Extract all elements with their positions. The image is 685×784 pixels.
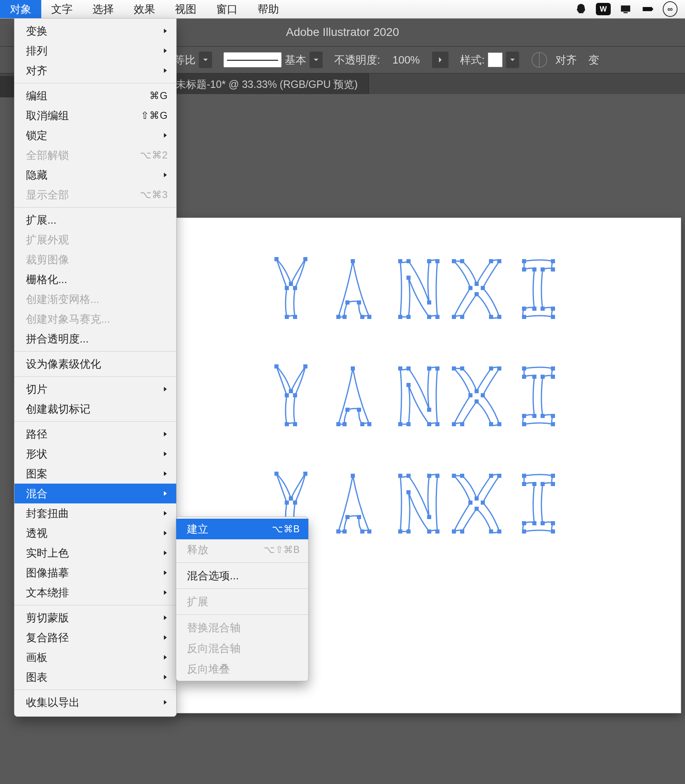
svg-rect-93: [532, 414, 536, 418]
menu-item: 创建对象马赛克...: [14, 309, 176, 329]
submenu-item: 扩展: [176, 591, 308, 612]
menu-item[interactable]: 实时上色: [14, 543, 176, 563]
menubar-item-1[interactable]: 文字: [41, 0, 83, 18]
submenu-item[interactable]: 混合选项...: [176, 565, 308, 586]
wps-icon[interactable]: W: [596, 2, 611, 17]
scale-mode-dropdown[interactable]: [199, 52, 212, 68]
menu-item-label: 封套扭曲: [26, 506, 69, 521]
svg-rect-72: [460, 366, 464, 371]
menu-item[interactable]: 透视: [14, 523, 176, 543]
svg-rect-103: [336, 529, 340, 534]
menu-item[interactable]: 切片: [14, 379, 176, 399]
menu-item[interactable]: 剪切蒙版: [14, 608, 176, 628]
menu-item[interactable]: 取消编组⇧⌘G: [14, 106, 176, 125]
menubar-item-6[interactable]: 帮助: [248, 0, 289, 18]
svg-rect-117: [427, 529, 431, 534]
menu-item[interactable]: 扩展...: [14, 210, 176, 230]
svg-rect-137: [551, 521, 555, 525]
stroke-style-dropdown[interactable]: [309, 52, 323, 68]
qq-icon[interactable]: [574, 2, 588, 17]
submenu-arrow-icon: [162, 548, 168, 558]
recolor-icon[interactable]: [531, 52, 547, 68]
document-tab[interactable]: 未标题-10* @ 33.33% (RGB/GPU 预览): [165, 73, 369, 95]
menu-item-label: 编组: [26, 89, 47, 103]
svg-rect-26: [489, 259, 493, 263]
svg-rect-37: [551, 259, 555, 263]
creative-cloud-icon[interactable]: ∞: [663, 2, 678, 17]
menu-item[interactable]: 变换: [14, 21, 176, 41]
menu-item[interactable]: 封套扭曲: [14, 503, 176, 523]
menu-item[interactable]: 画板: [14, 647, 176, 667]
submenu-arrow-icon: [162, 673, 168, 682]
menu-item-label: 剪切蒙版: [26, 611, 69, 625]
svg-rect-118: [406, 490, 411, 494]
menu-item[interactable]: 拼合透明度...: [14, 329, 176, 349]
menu-item[interactable]: 设为像素级优化: [14, 354, 176, 374]
align-label[interactable]: 对齐: [555, 53, 577, 67]
svg-rect-34: [468, 286, 472, 290]
menu-item[interactable]: 对齐: [14, 61, 176, 80]
submenu-item-shortcut: ⌥⇧⌘B: [264, 544, 300, 555]
wps-badge-text: W: [600, 5, 607, 14]
menu-item-label: 取消编组: [26, 109, 69, 123]
menubar-item-3[interactable]: 效果: [124, 0, 165, 18]
menu-item: 扩展外观: [14, 230, 176, 250]
style-swatch[interactable]: [488, 52, 503, 67]
submenu-arrow-icon: [162, 46, 168, 56]
menubar-item-2[interactable]: 选择: [83, 0, 124, 18]
menubar-item-0[interactable]: 对象: [0, 0, 41, 18]
menu-item-shortcut: ⇧⌘G: [141, 110, 168, 121]
menu-item[interactable]: 形状: [14, 444, 176, 464]
svg-rect-74: [489, 366, 493, 371]
menu-item[interactable]: 图案: [14, 464, 176, 484]
svg-rect-57: [367, 422, 371, 426]
menu-item[interactable]: 文本绕排: [14, 583, 176, 602]
menu-item-label: 全部解锁: [26, 148, 69, 163]
menu-item[interactable]: 路径: [14, 424, 176, 444]
menubar-item-4[interactable]: 视图: [165, 0, 206, 18]
menu-item[interactable]: 创建裁切标记: [14, 399, 176, 419]
display-icon[interactable]: [618, 2, 633, 17]
submenu-item-label: 扩展: [187, 595, 208, 609]
svg-rect-11: [357, 300, 361, 305]
svg-rect-97: [289, 496, 293, 501]
submenu-arrow-icon: [162, 489, 168, 498]
stroke-preview[interactable]: [224, 52, 281, 67]
svg-rect-99: [293, 501, 297, 505]
svg-rect-83: [452, 366, 456, 371]
stroke-style-label: 基本: [285, 53, 306, 67]
style-dropdown[interactable]: [506, 52, 519, 68]
opacity-value[interactable]: 100%: [383, 54, 429, 66]
menu-item[interactable]: 复合路径: [14, 628, 176, 647]
svg-rect-10: [360, 315, 364, 319]
menu-item[interactable]: 混合: [14, 484, 176, 503]
menu-item[interactable]: 排列: [14, 41, 176, 61]
menu-item[interactable]: 锁定: [14, 125, 176, 145]
svg-rect-104: [351, 474, 355, 478]
object-menu-panel: 变换排列对齐编组⌘G取消编组⇧⌘G锁定全部解锁⌥⌘2隐藏显示全部⌥⌘3扩展...…: [14, 18, 177, 717]
svg-rect-43: [522, 315, 526, 319]
menu-item[interactable]: 隐藏: [14, 165, 176, 185]
svg-rect-129: [452, 529, 456, 534]
menu-item-label: 形状: [26, 447, 47, 461]
selected-text-row[interactable]: [173, 255, 681, 350]
svg-rect-96: [274, 472, 279, 476]
svg-rect-91: [522, 422, 526, 426]
svg-rect-120: [460, 474, 464, 478]
transform-label-truncated[interactable]: 变: [588, 53, 599, 67]
svg-rect-84: [522, 366, 526, 371]
menu-item-shortcut: ⌘G: [149, 90, 168, 102]
menu-item[interactable]: 图表: [14, 667, 176, 687]
menu-item[interactable]: 图像描摹: [14, 563, 176, 583]
submenu-item[interactable]: 建立⌥⌘B: [176, 519, 308, 539]
cc-badge-text: ∞: [668, 5, 673, 14]
selected-text-row[interactable]: [173, 362, 681, 457]
menubar-item-5[interactable]: 窗口: [206, 0, 248, 18]
menu-item[interactable]: 栅格化...: [14, 269, 176, 289]
menu-item[interactable]: 收集以导出: [14, 692, 176, 712]
svg-rect-9: [367, 315, 371, 319]
battery-icon[interactable]: [640, 2, 655, 17]
submenu-item-label: 反向堆叠: [187, 662, 230, 676]
menu-item[interactable]: 编组⌘G: [14, 86, 176, 106]
opacity-stepper[interactable]: [432, 52, 449, 68]
